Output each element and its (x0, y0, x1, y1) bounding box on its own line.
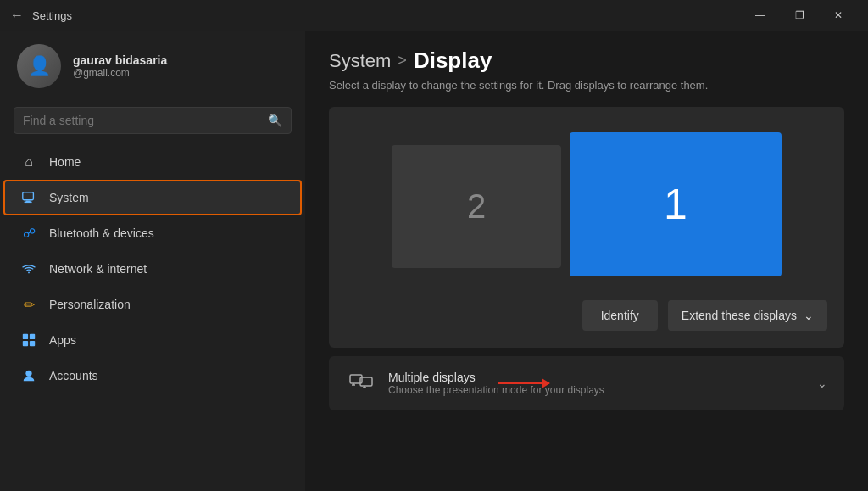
svg-rect-6 (30, 341, 35, 346)
breadcrumb-separator: > (398, 52, 407, 70)
display-controls: Identify Extend these displays ⌄ (346, 300, 827, 331)
multiple-displays-text: Multiple displays Choose the presentatio… (388, 371, 817, 396)
close-button[interactable]: ✕ (819, 0, 858, 31)
search-container: 🔍 (0, 100, 305, 144)
monitors-area: 2 1 (346, 124, 827, 285)
chevron-right-icon: ⌄ (817, 377, 827, 390)
multiple-displays-desc: Choose the presentation mode for your di… (388, 384, 817, 396)
sidebar-item-label: Home (49, 155, 81, 169)
bluetooth-icon: ☍ (20, 225, 37, 242)
monitor-2[interactable]: 2 (392, 145, 561, 268)
multiple-displays-row[interactable]: Multiple displays Choose the presentatio… (329, 356, 844, 410)
titlebar-controls: — ❐ ✕ (741, 0, 858, 31)
home-icon: ⌂ (20, 153, 37, 170)
identify-button[interactable]: Identify (582, 300, 658, 331)
sidebar-item-label: Accounts (49, 369, 98, 382)
svg-rect-0 (23, 192, 34, 200)
sidebar-item-label: System (49, 191, 89, 204)
page-subtitle: Select a display to change the settings … (329, 79, 844, 92)
breadcrumb-parent: System (329, 50, 391, 72)
sidebar-item-apps[interactable]: Apps (3, 322, 302, 358)
minimize-button[interactable]: — (741, 0, 780, 31)
titlebar-title: Settings (32, 9, 72, 22)
system-icon (20, 189, 37, 206)
sidebar-item-bluetooth[interactable]: ☍ Bluetooth & devices (3, 215, 302, 251)
breadcrumb: System > Display (329, 47, 844, 74)
extend-displays-button[interactable]: Extend these displays ⌄ (668, 300, 827, 331)
user-profile: 👤 gaurav bidasaria @gmail.com (0, 31, 305, 100)
titlebar: ← Settings — ❐ ✕ (0, 0, 868, 31)
personalization-icon: ✏ (20, 296, 37, 313)
back-arrow[interactable]: ← (10, 8, 24, 23)
arrow-indicator (498, 382, 549, 384)
avatar: 👤 (17, 44, 61, 88)
sidebar-item-label: Personalization (49, 298, 131, 311)
svg-rect-5 (23, 341, 28, 346)
sidebar-item-network[interactable]: Network & internet (3, 251, 302, 287)
nav-items: ⌂ Home System ☍ Bluetooth & devices (0, 144, 305, 393)
display-panel: 2 1 Identify Extend these displays ⌄ (329, 107, 844, 348)
monitor-1[interactable]: 1 (570, 132, 782, 276)
breadcrumb-current: Display (414, 47, 492, 74)
sidebar-item-system[interactable]: System (3, 180, 302, 215)
svg-rect-3 (23, 334, 28, 339)
network-icon (20, 260, 37, 277)
multiple-displays-title: Multiple displays (388, 371, 817, 384)
user-info: gaurav bidasaria @gmail.com (73, 53, 167, 79)
sidebar: 👤 gaurav bidasaria @gmail.com 🔍 ⌂ Home (0, 31, 305, 491)
chevron-down-icon: ⌄ (804, 309, 814, 322)
titlebar-left: ← Settings (10, 8, 72, 23)
search-box[interactable]: 🔍 (14, 107, 292, 134)
sidebar-item-label: Apps (49, 333, 76, 347)
content-area: System > Display Select a display to cha… (305, 31, 868, 491)
search-icon: 🔍 (268, 114, 282, 127)
sidebar-item-label: Network & internet (49, 262, 147, 276)
svg-rect-4 (30, 334, 35, 339)
user-email: @gmail.com (73, 67, 167, 79)
sidebar-item-personalization[interactable]: ✏ Personalization (3, 287, 302, 322)
sidebar-item-home[interactable]: ⌂ Home (3, 144, 302, 180)
red-arrow (498, 382, 549, 384)
extend-displays-label: Extend these displays (682, 309, 797, 322)
maximize-button[interactable]: ❐ (780, 0, 819, 31)
accounts-icon (20, 367, 37, 384)
search-input[interactable] (23, 114, 261, 127)
multiple-displays-icon (346, 368, 376, 399)
apps-icon (20, 332, 37, 349)
sidebar-item-accounts[interactable]: Accounts (3, 358, 302, 393)
main-layout: 👤 gaurav bidasaria @gmail.com 🔍 ⌂ Home (0, 31, 868, 491)
sidebar-item-label: Bluetooth & devices (49, 226, 154, 240)
avatar-image: 👤 (17, 44, 61, 88)
svg-point-7 (25, 371, 31, 377)
user-name: gaurav bidasaria (73, 53, 167, 67)
